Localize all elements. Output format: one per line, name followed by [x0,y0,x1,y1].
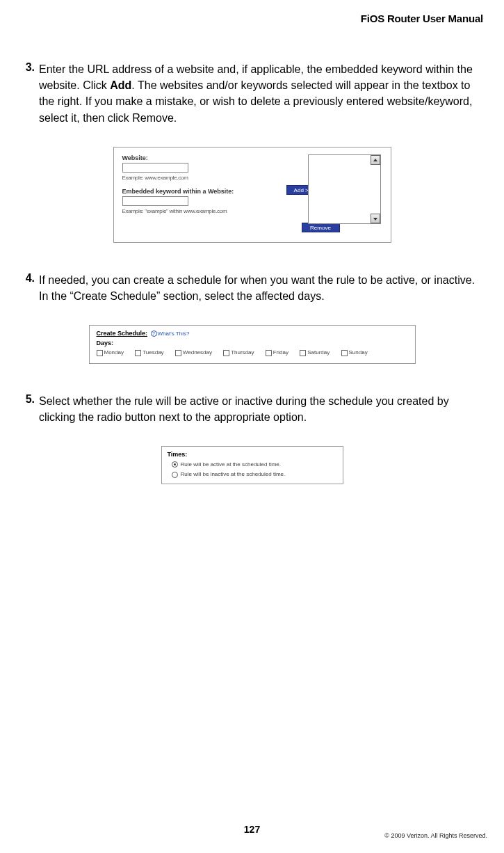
content-area: 3. Enter the URL address of a website an… [21,61,483,513]
day-saturday[interactable]: Saturday [300,349,330,356]
help-icon: ? [151,330,157,337]
checkbox-icon[interactable] [266,350,272,356]
scroll-up-icon[interactable] [371,155,380,165]
step-3-number: 3. [21,61,39,126]
day-label: Sunday [349,349,368,356]
option-inactive-row[interactable]: Rule will be inactive at the scheduled t… [168,471,337,477]
step-5: 5. Select whether the rule will be activ… [21,393,483,425]
step-4-text: If needed, you can create a schedule for… [39,272,483,304]
checkbox-icon[interactable] [135,350,141,356]
day-label: Thursday [231,349,254,356]
day-label: Friday [273,349,288,356]
radio-inactive[interactable] [172,472,178,478]
checkbox-icon[interactable] [223,350,229,356]
step-5-text: Select whether the rule will be active o… [39,393,483,425]
scroll-down-icon[interactable] [371,214,380,223]
selected-list[interactable] [308,154,381,224]
copyright-text: © 2009 Verizon. All Rights Reserved. [384,832,487,839]
website-input[interactable] [122,163,188,173]
days-row: Monday Tuesday Wednesday Thursday Friday… [97,349,408,356]
create-schedule-title: Create Schedule: [97,330,148,337]
step-4-number: 4. [21,272,39,304]
step-4: 4. If needed, you can create a schedule … [21,272,483,304]
figure-1-wrapper: Website: Example: www.example.com Embedd… [21,147,483,243]
page-header-title: FiOS Router User Manual [361,13,483,24]
checkbox-icon[interactable] [341,350,348,356]
keyword-input[interactable] [122,196,188,206]
figure-2-wrapper: Create Schedule: ?What's This? Days: Mon… [21,325,483,363]
whats-this-text: What's This? [158,330,190,337]
day-sunday[interactable]: Sunday [341,349,368,356]
option-inactive-label: Rule will be inactive at the scheduled t… [181,471,286,477]
step-3: 3. Enter the URL address of a website an… [21,61,483,126]
days-label: Days: [97,340,408,346]
option-active-label: Rule will be active at the scheduled tim… [181,461,282,468]
day-wednesday[interactable]: Wednesday [175,349,212,356]
checkbox-icon[interactable] [175,350,181,356]
day-label: Monday [104,349,124,356]
figure-3-wrapper: Times: Rule will be active at the schedu… [21,446,483,484]
radio-active[interactable] [172,461,178,468]
times-label: Times: [168,451,337,458]
figure-create-schedule: Create Schedule: ?What's This? Days: Mon… [89,325,416,363]
remove-button[interactable]: Remove [302,223,340,232]
whats-this-link[interactable]: ?What's This? [151,330,190,337]
figure-website-keyword: Website: Example: www.example.com Embedd… [113,147,391,243]
step-5-number: 5. [21,393,39,425]
step-3-bold: Add [110,79,131,91]
day-label: Saturday [307,349,330,356]
figure-times: Times: Rule will be active at the schedu… [161,446,343,484]
day-label: Wednesday [183,349,212,356]
checkbox-icon[interactable] [97,350,103,356]
day-monday[interactable]: Monday [97,349,124,356]
day-tuesday[interactable]: Tuesday [135,349,163,356]
option-active-row[interactable]: Rule will be active at the scheduled tim… [168,461,337,468]
day-thursday[interactable]: Thursday [223,349,254,356]
checkbox-icon[interactable] [300,350,306,356]
step-3-text: Enter the URL address of a website and, … [39,61,483,126]
day-friday[interactable]: Friday [266,349,288,356]
day-label: Tuesday [143,349,163,356]
